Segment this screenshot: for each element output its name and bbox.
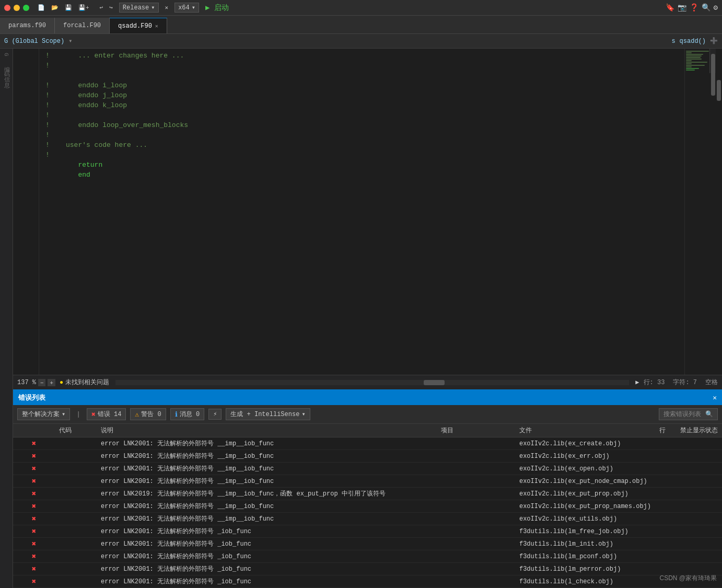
- col-header-code[interactable]: 代码: [55, 424, 97, 437]
- table-row[interactable]: ✖ error LNK2001: 无法解析的外部符号 __imp__iob_fu…: [13, 437, 722, 450]
- table-row[interactable]: ✖ error LNK2019: 无法解析的外部符号 __imp__iob_fu…: [13, 488, 722, 500]
- scope-dropdown[interactable]: 整个解决方案 ▾: [17, 408, 70, 420]
- minimap-line: [686, 51, 709, 52]
- error-panel-title-label: 错误列表: [18, 393, 45, 402]
- code-line: ! user's code here ...: [45, 140, 684, 150]
- main-layout: G 编 码 信 息 ! ... enter changes here ... !…: [0, 49, 722, 588]
- undo-icon[interactable]: ↩: [98, 3, 106, 12]
- save-icon[interactable]: 💾: [63, 3, 74, 12]
- error-row-file: f3dutils.lib(l_check.obj): [515, 575, 655, 588]
- open-icon[interactable]: 📂: [49, 3, 61, 12]
- config-dropdown[interactable]: Release ▾: [119, 3, 159, 13]
- error-filter-button[interactable]: ✖ 错误 14: [87, 408, 126, 420]
- tab-qsadd-close[interactable]: ✕: [155, 23, 158, 29]
- table-row[interactable]: ✖ error LNK2001: 无法解析的外部符号 _iob_func f3d…: [13, 563, 722, 575]
- panel-close-icon[interactable]: ✕: [713, 394, 717, 402]
- save-all-icon[interactable]: 💾+: [76, 3, 91, 12]
- warn-count-label: 警告 0: [141, 410, 161, 419]
- scrollbar-thumb[interactable]: [424, 380, 445, 385]
- code-line: !: [45, 110, 684, 120]
- minimap-scrollbar-thumb[interactable]: [711, 54, 715, 96]
- error-row-line: [655, 450, 676, 463]
- tab-forcal[interactable]: forcal.F90: [55, 18, 110, 33]
- error-row-project: [437, 463, 515, 475]
- error-row-project: [437, 513, 515, 525]
- error-row-state: [676, 500, 722, 513]
- col-header-desc[interactable]: 说明: [97, 424, 437, 437]
- horizontal-scrollbar[interactable]: [115, 380, 629, 385]
- table-row[interactable]: ✖ error LNK2001: 无法解析的外部符号 _iob_func f3d…: [13, 538, 722, 550]
- code-line: [45, 239, 684, 249]
- bookmark-icon[interactable]: 🔖: [666, 3, 674, 12]
- code-line: [45, 200, 684, 210]
- table-row[interactable]: ✖ error LNK2001: 无法解析的外部符号 __imp__iob_fu…: [13, 513, 722, 525]
- sidebar-icon-1[interactable]: G: [3, 51, 9, 59]
- error-row-line: [655, 563, 676, 575]
- error-row-line: [655, 437, 676, 450]
- config-label: Release: [123, 4, 149, 11]
- code-content[interactable]: ! ... enter changes here ... ! ! enddo i…: [39, 49, 684, 375]
- error-row-icon: ✖: [13, 538, 55, 550]
- settings-icon[interactable]: ⚙: [714, 3, 718, 12]
- minimize-button[interactable]: [14, 5, 20, 11]
- info-filter-button[interactable]: ℹ 消息 0: [170, 408, 204, 420]
- table-row[interactable]: ✖ error LNK2001: 无法解析的外部符号 _iob_func f3d…: [13, 525, 722, 538]
- error-table-container[interactable]: 代码 说明 项目 文件 行 禁止显示状态 ✖ error LNK2001: 无法…: [13, 424, 722, 588]
- play-button[interactable]: ▶ 启动: [203, 3, 231, 13]
- table-row[interactable]: ✖ error LNK2001: 无法解析的外部符号 __imp__iob_fu…: [13, 500, 722, 513]
- arch-dropdown[interactable]: x64 ▾: [174, 3, 199, 13]
- sidebar-icon-4[interactable]: 信: [3, 70, 10, 74]
- error-table-body: ✖ error LNK2001: 无法解析的外部符号 __imp__iob_fu…: [13, 437, 722, 589]
- sidebar-icon-2[interactable]: 编: [3, 60, 10, 64]
- arch-arrow-icon: ▾: [192, 4, 195, 11]
- col-header-project[interactable]: 项目: [437, 424, 515, 437]
- help-icon[interactable]: ❓: [690, 3, 698, 12]
- search-icon: 🔍: [705, 410, 713, 418]
- col-header-line[interactable]: 行: [655, 424, 676, 437]
- col-header-file[interactable]: 文件: [515, 424, 655, 437]
- mini-sidebar: G 编 码 信 息: [0, 49, 13, 588]
- error-row-project: [437, 500, 515, 513]
- build-arrow: ▾: [301, 410, 305, 418]
- sidebar-icon-5[interactable]: 息: [3, 75, 10, 79]
- tab-params[interactable]: params.f90: [0, 18, 55, 33]
- error-row-project: [437, 538, 515, 550]
- new-file-icon[interactable]: 📄: [36, 3, 47, 12]
- line-numbers: [13, 49, 39, 375]
- code-line: ! ... enter changes here ...: [45, 51, 684, 61]
- table-row[interactable]: ✖ error LNK2001: 无法解析的外部符号 _iob_func f3d…: [13, 550, 722, 563]
- scroll-right-icon[interactable]: ▶: [635, 378, 639, 386]
- error-row-project: [437, 575, 515, 588]
- warn-filter-button[interactable]: ⚠ 警告 0: [130, 408, 166, 420]
- error-row-line: [655, 463, 676, 475]
- table-row[interactable]: ✖ error LNK2001: 无法解析的外部符号 _iob_func f3d…: [13, 575, 722, 588]
- filter-icon-button[interactable]: ⚡: [208, 409, 222, 420]
- tab-qsadd[interactable]: qsadd.F90 ✕: [110, 18, 167, 33]
- scope-dropdown-icon[interactable]: ▾: [68, 37, 72, 45]
- panel-expand-icon[interactable]: ➕: [710, 37, 718, 45]
- error-row-desc: error LNK2001: 无法解析的外部符号 _iob_func: [97, 538, 437, 550]
- statusbar: 137 % − + ● 未找到相关问题 ▶ 行: 33 字符: 7 空格: [13, 375, 722, 389]
- code-line: ! enddo j_loop: [45, 90, 684, 100]
- editor-scrollbar: [716, 49, 722, 375]
- editor-scrollbar-thumb[interactable]: [717, 80, 721, 101]
- info-count-label: 消息 0: [180, 410, 200, 419]
- screenshot-icon[interactable]: 📷: [678, 3, 686, 12]
- search-icon[interactable]: 🔍: [702, 3, 711, 12]
- info-icon: ℹ: [175, 410, 178, 419]
- minimap-line: [686, 65, 705, 66]
- build-dropdown[interactable]: 生成 + IntelliSense ▾: [226, 408, 310, 420]
- redo-icon[interactable]: ↪: [107, 3, 115, 12]
- maximize-button[interactable]: [23, 5, 29, 11]
- close-button[interactable]: [4, 5, 10, 11]
- table-row[interactable]: ✖ error LNK2001: 无法解析的外部符号 __imp__iob_fu…: [13, 450, 722, 463]
- error-search[interactable]: 搜索错误列表 🔍: [659, 408, 718, 420]
- zoom-increase-button[interactable]: +: [48, 379, 55, 386]
- error-row-line: [655, 538, 676, 550]
- table-row[interactable]: ✖ error LNK2001: 无法解析的外部符号 __imp__iob_fu…: [13, 475, 722, 488]
- sidebar-icon-3[interactable]: 码: [3, 65, 10, 69]
- table-row[interactable]: ✖ error LNK2001: 无法解析的外部符号 __imp__iob_fu…: [13, 463, 722, 475]
- col-header-state[interactable]: 禁止显示状态: [676, 424, 722, 437]
- window-controls: [4, 5, 29, 11]
- zoom-decrease-button[interactable]: −: [38, 379, 45, 386]
